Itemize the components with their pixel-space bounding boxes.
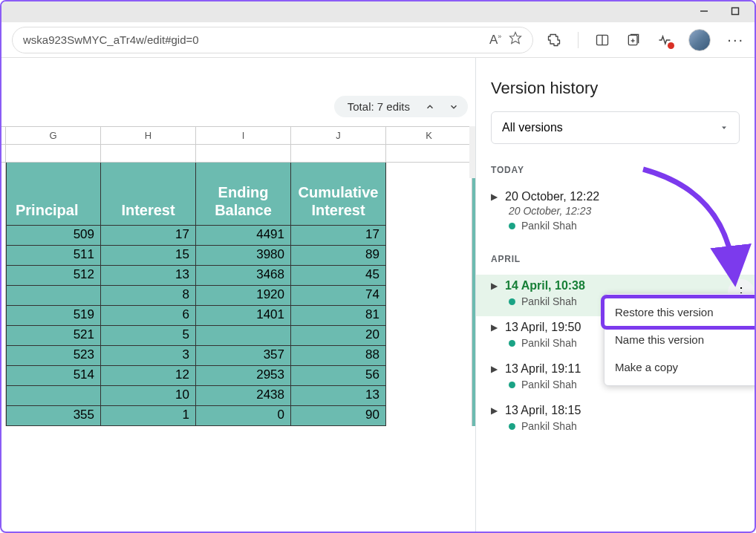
col-header[interactable]: H: [101, 127, 196, 144]
header-interest: Interest: [101, 163, 196, 226]
ctx-restore-version[interactable]: Restore this version: [605, 298, 756, 326]
version-item[interactable]: ▶ 20 October, 12:22 20 October, 12:23 Pa…: [491, 186, 740, 241]
split-screen-icon[interactable]: [595, 33, 610, 48]
version-time: 20 October, 12:22: [505, 190, 599, 203]
expand-toggle-icon[interactable]: ▶: [491, 192, 498, 202]
prev-edit-button[interactable]: [425, 102, 435, 112]
author-color-dot: [509, 382, 515, 388]
table-row[interactable]: 10243813: [1, 386, 475, 406]
table-cell[interactable]: 12: [101, 366, 196, 386]
table-cell[interactable]: 6: [101, 306, 196, 326]
collections-icon[interactable]: [626, 33, 641, 48]
table-cell[interactable]: 45: [291, 266, 386, 286]
table-cell[interactable]: 519: [6, 306, 101, 326]
table-row[interactable]: 5196140181: [1, 306, 475, 326]
extensions-icon[interactable]: [547, 33, 561, 48]
table-cell[interactable]: 512: [6, 266, 101, 286]
browser-menu-icon[interactable]: ···: [727, 31, 744, 48]
table-cell[interactable]: 1401: [196, 306, 291, 326]
svg-marker-8: [722, 127, 726, 130]
table-cell[interactable]: 3468: [196, 266, 291, 286]
version-author: Pankil Shah: [509, 420, 740, 432]
table-cell[interactable]: 355: [6, 406, 101, 426]
table-cell[interactable]: 15: [101, 246, 196, 266]
maximize-button[interactable]: [731, 6, 740, 18]
table-cell[interactable]: 13: [101, 266, 196, 286]
version-item[interactable]: ▶ 13 April, 18:15 Pankil Shah: [491, 399, 740, 441]
version-time: 13 April, 19:50: [505, 321, 581, 334]
table-cell[interactable]: 509: [6, 226, 101, 246]
author-color-dot: [509, 298, 515, 305]
table-row[interactable]: 51412295356: [1, 366, 475, 386]
table-cell[interactable]: 74: [291, 286, 386, 306]
table-cell[interactable]: 514: [6, 366, 101, 386]
expand-toggle-icon[interactable]: ▶: [491, 405, 498, 416]
empty-row[interactable]: [1, 145, 475, 163]
ctx-make-copy[interactable]: Make a copy: [605, 353, 756, 381]
expand-toggle-icon[interactable]: ▶: [491, 322, 498, 333]
table-cell[interactable]: 3: [101, 346, 196, 366]
table-row[interactable]: 50917449117: [1, 226, 475, 246]
table-cell[interactable]: 10: [101, 386, 196, 406]
table-row[interactable]: 51115398089: [1, 246, 475, 266]
table-cell[interactable]: 5: [101, 326, 196, 346]
table-header-row: Principal Interest Ending Balance Cumula…: [1, 163, 475, 226]
table-cell[interactable]: [6, 386, 101, 406]
table-cell[interactable]: 0: [196, 406, 291, 426]
table-row[interactable]: 523335788: [1, 346, 475, 366]
table-cell[interactable]: [196, 326, 291, 346]
read-aloud-icon[interactable]: A»: [489, 33, 501, 48]
panel-title: Version history: [491, 79, 740, 98]
col-header[interactable]: K: [386, 127, 472, 144]
performance-icon[interactable]: [657, 33, 672, 48]
browser-toolbar: ···: [547, 29, 744, 51]
table-cell[interactable]: 357: [196, 346, 291, 366]
dropdown-label: All versions: [502, 121, 563, 134]
table-cell[interactable]: 2953: [196, 366, 291, 386]
table-cell[interactable]: 2438: [196, 386, 291, 406]
table-cell[interactable]: 88: [291, 346, 386, 366]
header-cumulative-interest: Cumulative Interest: [291, 163, 386, 226]
col-header[interactable]: J: [291, 127, 386, 144]
table-cell[interactable]: 1920: [196, 286, 291, 306]
edits-summary-bar: Total: 7 edits: [334, 96, 468, 117]
table-cell[interactable]: [6, 286, 101, 306]
url-field[interactable]: wska923SwMYC_aTr4w/edit#gid=0 A»: [12, 27, 533, 53]
table-cell[interactable]: 56: [291, 366, 386, 386]
favorite-icon[interactable]: [509, 31, 522, 48]
table-cell[interactable]: 20: [291, 326, 386, 346]
table-cell[interactable]: 1: [101, 406, 196, 426]
svg-rect-1: [732, 8, 739, 15]
table-cell[interactable]: 8: [101, 286, 196, 306]
versions-filter-dropdown[interactable]: All versions: [491, 111, 740, 144]
table-row[interactable]: 51213346845: [1, 266, 475, 286]
expand-toggle-icon[interactable]: ▶: [491, 281, 498, 291]
table-cell[interactable]: 90: [291, 406, 386, 426]
table-row[interactable]: 8192074: [1, 286, 475, 306]
next-edit-button[interactable]: [449, 102, 459, 112]
table-row[interactable]: 521520: [1, 326, 475, 346]
author-color-dot: [509, 423, 515, 430]
table-cell[interactable]: 511: [6, 246, 101, 266]
table-cell[interactable]: 3980: [196, 246, 291, 266]
profile-avatar[interactable]: [688, 29, 711, 51]
table-cell[interactable]: 13: [291, 386, 386, 406]
table-cell[interactable]: 521: [6, 326, 101, 346]
ctx-name-version[interactable]: Name this version: [605, 326, 756, 353]
table-cell[interactable]: 17: [291, 226, 386, 246]
browser-addressbar: wska923SwMYC_aTr4w/edit#gid=0 A» ···: [1, 22, 755, 58]
table-cell[interactable]: 81: [291, 306, 386, 326]
col-header[interactable]: I: [196, 127, 291, 144]
table-cell[interactable]: 523: [6, 346, 101, 366]
table-row[interactable]: 3551090: [1, 406, 475, 426]
table-cell[interactable]: 17: [101, 226, 196, 246]
expand-toggle-icon[interactable]: ▶: [491, 364, 498, 374]
section-today: TODAY: [491, 165, 740, 175]
col-header[interactable]: G: [6, 127, 101, 144]
minimize-button[interactable]: [700, 6, 708, 18]
spreadsheet-grid[interactable]: G H I J K Principal Interest Ending Bala…: [1, 126, 475, 426]
table-cell[interactable]: 89: [291, 246, 386, 266]
column-headers-row: G H I J K: [1, 126, 475, 145]
vertical-scroll-track[interactable]: [469, 126, 475, 178]
table-cell[interactable]: 4491: [196, 226, 291, 246]
